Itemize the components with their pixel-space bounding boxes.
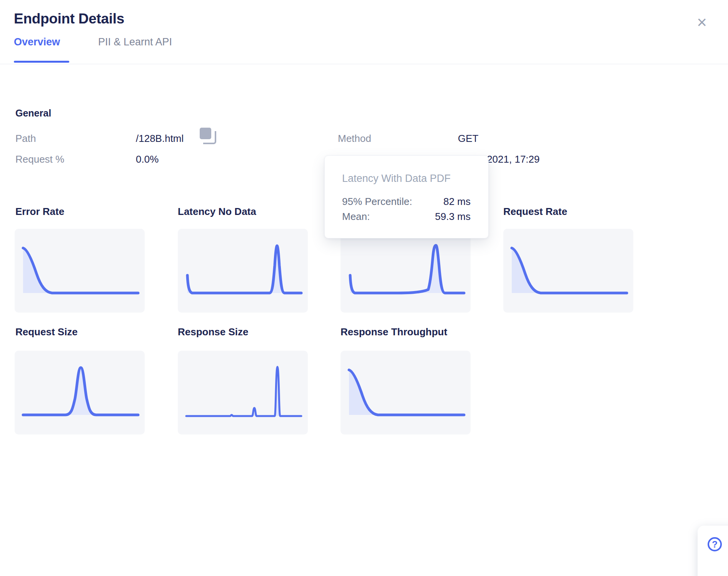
request-percent-value: 0.0% (136, 153, 159, 165)
tooltip-mean-value: 59.3 ms (435, 210, 471, 223)
tooltip-title: Latency With Data PDF (342, 173, 451, 185)
latency-no-data-chart[interactable] (178, 229, 308, 313)
chart-title-response-size: Response Size (178, 326, 249, 338)
chart-title-latency-no-data: Latency No Data (178, 206, 256, 218)
tabs-divider (0, 64, 728, 64)
error-rate-chart[interactable] (15, 229, 145, 313)
request-percent-label: Request % (15, 153, 64, 165)
endpoint-details-modal: Endpoint Details × Overview PII & Learnt… (0, 0, 728, 576)
latency-with-data-sparkline (341, 229, 471, 313)
active-tab-indicator (14, 61, 69, 63)
response-size-sparkline (178, 351, 308, 434)
tooltip-mean-label: Mean: (342, 210, 370, 223)
latency-with-data-chart[interactable] (341, 229, 471, 313)
response-throughput-chart[interactable] (341, 351, 471, 434)
latency-no-data-sparkline (178, 229, 308, 313)
request-rate-chart[interactable] (503, 229, 633, 313)
latency-with-data-tooltip: Latency With Data PDF 95% Percentile: 82… (324, 155, 489, 238)
close-button[interactable]: × (692, 12, 712, 32)
help-button[interactable]: ? (698, 526, 728, 576)
chart-title-error-rate: Error Rate (15, 206, 64, 218)
path-value: /128B.html (136, 132, 184, 145)
tab-pii-learnt-api[interactable]: PII & Learnt API (98, 36, 172, 48)
request-rate-sparkline (503, 229, 633, 313)
request-size-sparkline (15, 351, 145, 434)
page-title: Endpoint Details (14, 11, 124, 27)
request-size-chart[interactable] (15, 351, 145, 434)
tooltip-percentile-label: 95% Percentile: (342, 195, 412, 208)
copy-icon (199, 127, 217, 145)
response-throughput-sparkline (341, 351, 471, 434)
method-label: Method (338, 132, 371, 145)
chart-title-response-throughput: Response Throughput (341, 326, 447, 338)
response-size-chart[interactable] (178, 351, 308, 434)
general-section-heading: General (15, 108, 51, 119)
close-icon: × (697, 13, 707, 32)
tab-overview[interactable]: Overview (14, 36, 60, 48)
chart-title-request-rate: Request Rate (503, 206, 567, 218)
error-rate-sparkline (15, 229, 145, 313)
path-label: Path (15, 132, 36, 145)
tooltip-percentile-value: 82 ms (443, 195, 471, 208)
copy-path-button[interactable] (199, 127, 217, 145)
question-mark-icon: ? (708, 537, 722, 551)
method-value: GET (458, 132, 478, 145)
chart-title-request-size: Request Size (15, 326, 78, 338)
